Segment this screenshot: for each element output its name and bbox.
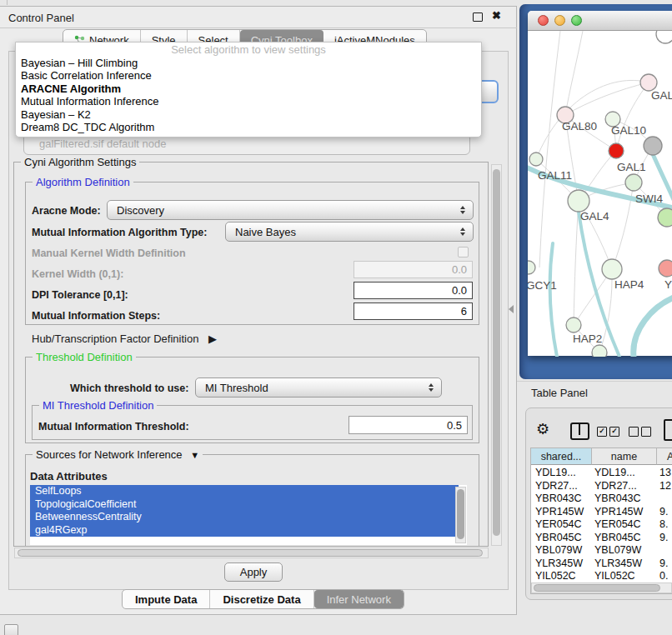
- table-row[interactable]: YDR27... YDR27... 12: [531, 480, 672, 493]
- panel-corner-button[interactable]: [4, 624, 18, 635]
- node-label: GAL80: [562, 120, 597, 132]
- table-hscroll-thumb[interactable]: [534, 584, 660, 592]
- attribute-item-selected[interactable]: BetweennessCentrality: [30, 511, 459, 524]
- mi-steps-input[interactable]: 6: [354, 302, 473, 320]
- attributes-vertical-scrollbar[interactable]: [455, 487, 466, 543]
- node-label: HAP2: [573, 332, 602, 345]
- tab-impute-data[interactable]: Impute Data: [123, 590, 210, 608]
- apply-button[interactable]: Apply: [224, 562, 283, 582]
- float-window-icon[interactable]: [473, 12, 483, 22]
- minimize-traffic-light-icon[interactable]: [554, 15, 565, 26]
- node-hap2[interactable]: [566, 318, 581, 332]
- mi-threshold-label: Mutual Information Threshold:: [38, 421, 189, 432]
- attribute-item-selected[interactable]: TopologicalCoefficient: [30, 498, 459, 512]
- settings-vertical-scrollbar[interactable]: [491, 164, 502, 546]
- network-window-titlebar[interactable]: [528, 11, 672, 31]
- node-gal11[interactable]: [529, 152, 543, 166]
- column-header-shared-name[interactable]: shared...: [531, 448, 592, 465]
- close-traffic-light-icon[interactable]: [538, 15, 549, 26]
- select-all-checkbox-icon[interactable]: ✓: [597, 427, 607, 437]
- page-title: Control Panel: [8, 12, 74, 24]
- table-row[interactable]: YPR145W YPR145W 9.: [531, 506, 672, 519]
- algorithm-option[interactable]: Bayesian – Hill Climbing: [16, 57, 481, 69]
- network-edges-highlighted: [528, 154, 672, 357]
- mi-threshold-value: 0.5: [447, 419, 462, 432]
- deselect-all-checkbox-icon[interactable]: [641, 427, 651, 437]
- hub-definition-toggle[interactable]: Hub/Transcription Factor Definition ▶: [32, 332, 217, 345]
- gear-icon[interactable]: ⚙: [536, 420, 549, 438]
- cell-shared-name: YER054C: [531, 518, 592, 532]
- close-icon[interactable]: ✖: [492, 9, 501, 22]
- table-row[interactable]: YBR045C YBR045C 9.: [531, 532, 672, 545]
- network-window: GAL GAL80 GAL10 GAL1 GAL11 SWI4 GAL4 GCY…: [528, 11, 672, 356]
- aracne-mode-select[interactable]: Discovery: [107, 200, 474, 220]
- cell-shared-name: YDL19...: [531, 467, 592, 480]
- deselect-all-checkbox-icon[interactable]: [629, 427, 639, 437]
- cell-name: YIL052C: [592, 570, 657, 583]
- node-y-salmon[interactable]: [659, 260, 672, 277]
- cell-value: 0.: [657, 570, 668, 583]
- table-horizontal-scrollbar[interactable]: [531, 582, 672, 593]
- node-unnamed-top[interactable]: [656, 31, 672, 43]
- table-panel-title: Table Panel: [531, 387, 588, 399]
- table-row[interactable]: YDL19... YDL19... 13: [531, 467, 672, 480]
- algorithm-option[interactable]: Bayesian – K2: [16, 108, 481, 121]
- settings-hscroll-thumb[interactable]: [18, 549, 483, 557]
- node-gal1[interactable]: [609, 143, 624, 158]
- column-header-label: shared...: [541, 451, 582, 462]
- network-canvas[interactable]: GAL GAL80 GAL10 GAL1 GAL11 SWI4 GAL4 GCY…: [528, 31, 672, 357]
- table-row[interactable]: YBR043C YBR043C: [531, 492, 672, 506]
- algorithm-option-selected[interactable]: ARACNE Algorithm: [16, 82, 481, 95]
- table-row[interactable]: YBL079W YBL079W: [531, 544, 672, 558]
- cell-shared-name: YPR145W: [531, 506, 592, 519]
- node-label: HAP4: [614, 278, 644, 291]
- mi-algorithm-type-select[interactable]: Naive Bayes: [225, 222, 474, 242]
- attribute-item-selected[interactable]: gal4RGexp: [30, 524, 459, 538]
- dpi-tolerance-input[interactable]: 0.0: [354, 282, 473, 299]
- attribute-item-selected[interactable]: SelfLoops: [30, 485, 459, 498]
- select-all-checkbox-icon[interactable]: ✓: [609, 427, 619, 437]
- manual-kernel-width-checkbox[interactable]: [458, 247, 469, 258]
- cell-shared-name: YLR345W: [531, 558, 592, 571]
- cell-shared-name: YBR043C: [531, 492, 592, 506]
- algorithm-option[interactable]: Dream8 DC_TDC Algorithm: [16, 121, 481, 133]
- cyni-algorithm-settings-title: Cyni Algorithm Settings: [21, 156, 139, 168]
- tab-infer-network[interactable]: Infer Network: [314, 590, 404, 608]
- mi-threshold-input[interactable]: 0.5: [349, 416, 468, 434]
- column-layout-icon[interactable]: [570, 422, 589, 440]
- attributes-vscroll-thumb[interactable]: [457, 489, 464, 539]
- aracne-mode-label: Aracne Mode:: [32, 205, 101, 217]
- algorithm-option[interactable]: Basic Correlation Inference: [16, 69, 481, 82]
- cell-value: 12: [657, 480, 671, 493]
- algorithm-dropdown-popup: Select algorithm to view settings Bayesi…: [15, 42, 482, 138]
- cell-value: [657, 492, 659, 506]
- settings-vscroll-thumb[interactable]: [493, 169, 500, 536]
- node-bright-green[interactable]: [658, 208, 672, 227]
- node-hap4[interactable]: [602, 259, 622, 279]
- node-gray[interactable]: [644, 137, 662, 155]
- tab-discretize-data-label: Discretize Data: [223, 593, 300, 606]
- column-header-name[interactable]: name: [592, 448, 657, 465]
- node-swi4[interactable]: [625, 174, 642, 191]
- sources-toggle[interactable]: Sources for Network Inference ▼: [33, 448, 203, 461]
- algorithm-option[interactable]: Mutual Information Inference: [16, 95, 481, 108]
- table-row[interactable]: YLR345W YLR345W 9.: [531, 558, 672, 571]
- algorithm-definition-title: Algorithm Definition: [33, 176, 133, 188]
- node-gal[interactable]: [640, 74, 657, 91]
- kernel-width-input[interactable]: 0.0: [354, 261, 473, 278]
- settings-horizontal-scrollbar[interactable]: [14, 548, 489, 558]
- cell-name: YER054C: [592, 518, 657, 532]
- node-gal4[interactable]: [568, 190, 589, 212]
- table-row[interactable]: YER054C YER054C 8.: [531, 518, 672, 532]
- node-gcy1[interactable]: [528, 261, 535, 274]
- table-row[interactable]: YIL052C YIL052C 0.: [531, 570, 672, 583]
- node-unnamed-bottom[interactable]: [592, 345, 607, 357]
- document-icon[interactable]: [664, 419, 672, 441]
- cell-value: [657, 544, 659, 558]
- zoom-traffic-light-icon[interactable]: [571, 15, 582, 26]
- cell-value: 9.: [657, 506, 668, 519]
- pane-splitter-arrow[interactable]: [509, 305, 514, 313]
- tab-discretize-data[interactable]: Discretize Data: [210, 590, 313, 608]
- column-header-partial[interactable]: A: [657, 448, 672, 465]
- which-threshold-select[interactable]: MI Threshold: [195, 378, 442, 398]
